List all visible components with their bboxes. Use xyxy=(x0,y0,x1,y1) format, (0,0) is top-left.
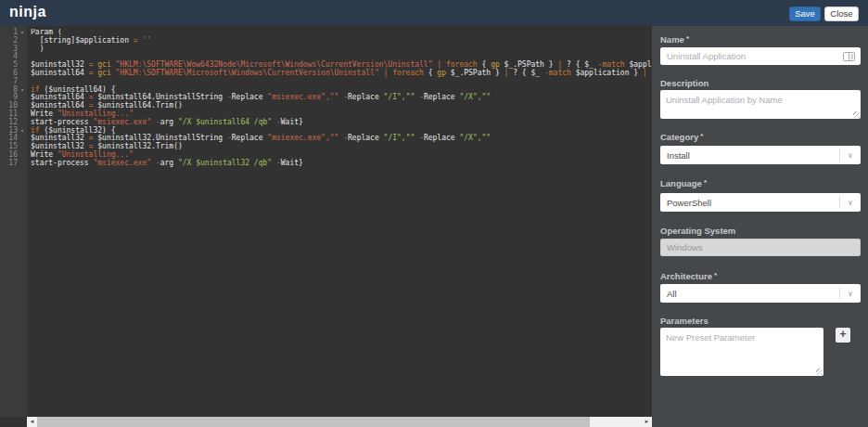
category-select[interactable]: Install ∨ xyxy=(660,146,861,164)
fold-spacer xyxy=(18,37,27,45)
language-label: Language* xyxy=(660,178,707,188)
script-editor[interactable]: 1▾2345678▾910111213▾14151617 Param ( [st… xyxy=(0,26,652,427)
fold-spacer xyxy=(18,45,27,54)
editor-gutter: 1▾2345678▾910111213▾14151617 xyxy=(0,26,27,417)
fold-spacer xyxy=(18,160,27,168)
fold-marker-icon[interactable]: ▾ xyxy=(18,127,27,136)
category-label: Category* xyxy=(660,132,703,142)
horizontal-scrollbar[interactable]: ◄ ► xyxy=(27,417,652,427)
close-button[interactable]: Close xyxy=(824,6,859,21)
name-label: Name* xyxy=(660,34,689,45)
fold-spacer xyxy=(18,53,27,61)
scrollbar-track[interactable] xyxy=(590,417,642,427)
fold-spacer xyxy=(18,70,27,78)
required-asterisk: * xyxy=(714,271,717,279)
architecture-value: All xyxy=(660,289,839,299)
fold-spacer xyxy=(18,78,27,86)
code-line[interactable]: ) xyxy=(31,45,652,54)
required-asterisk: * xyxy=(700,132,703,140)
code-line[interactable]: [string]$application = '' xyxy=(31,37,652,45)
chevron-down-icon: ∨ xyxy=(840,151,861,160)
fold-spacer xyxy=(18,135,27,143)
name-input[interactable] xyxy=(660,47,861,65)
code-line[interactable] xyxy=(31,78,652,86)
scrollbar-thumb[interactable] xyxy=(37,417,590,427)
ninja-logo: ninja xyxy=(9,4,46,20)
script-settings-panel: Name* Description Category* Install ∨ La… xyxy=(652,26,868,427)
gutter-line-numbers: 1▾2345678▾910111213▾14151617 xyxy=(0,26,27,168)
keyboard-icon xyxy=(843,48,855,65)
fold-spacer xyxy=(18,61,27,70)
top-header: ninja Save Close xyxy=(0,0,868,26)
code-line[interactable]: $uninstall64 = gci "HKLM:\SOFTWARE\Micro… xyxy=(31,70,652,78)
fold-spacer xyxy=(18,143,27,151)
fold-marker-icon[interactable]: ▾ xyxy=(18,86,27,95)
language-select[interactable]: PowerShell ∨ xyxy=(660,193,861,212)
fold-spacer xyxy=(18,151,27,160)
description-label: Description xyxy=(660,78,708,88)
fold-spacer xyxy=(18,110,27,119)
code-line[interactable]: start-process "msiexec.exe" -arg "/X $un… xyxy=(31,119,652,127)
line-number: 17 xyxy=(0,160,27,168)
category-value: Install xyxy=(660,150,839,161)
required-asterisk: * xyxy=(704,178,707,187)
fold-spacer xyxy=(18,94,27,102)
scroll-right-arrow-icon[interactable]: ► xyxy=(642,417,652,427)
required-asterisk: * xyxy=(686,34,689,43)
operating-system-label: Operating System xyxy=(660,226,735,236)
architecture-select[interactable]: All ∨ xyxy=(660,284,861,303)
code-lines[interactable]: Param ( [string]$application = '' )$unin… xyxy=(31,29,652,416)
fold-marker-icon[interactable]: ▾ xyxy=(18,29,27,37)
parameters-textarea[interactable] xyxy=(660,328,823,376)
operating-system-input xyxy=(660,239,861,256)
add-parameter-button[interactable]: + xyxy=(836,328,850,343)
scroll-left-arrow-icon[interactable]: ◄ xyxy=(27,417,37,427)
chevron-down-icon: ∨ xyxy=(840,290,861,298)
code-line[interactable]: start-process "msiexec.exe" -arg "/X $un… xyxy=(31,160,652,168)
architecture-label: Architecture* xyxy=(660,271,717,281)
chevron-down-icon: ∨ xyxy=(840,199,861,207)
parameters-label: Parameters xyxy=(660,316,708,326)
language-value: PowerShell xyxy=(660,198,839,208)
save-button[interactable]: Save xyxy=(789,6,821,21)
fold-spacer xyxy=(18,102,27,110)
description-textarea[interactable] xyxy=(660,90,861,119)
fold-spacer xyxy=(18,119,27,127)
